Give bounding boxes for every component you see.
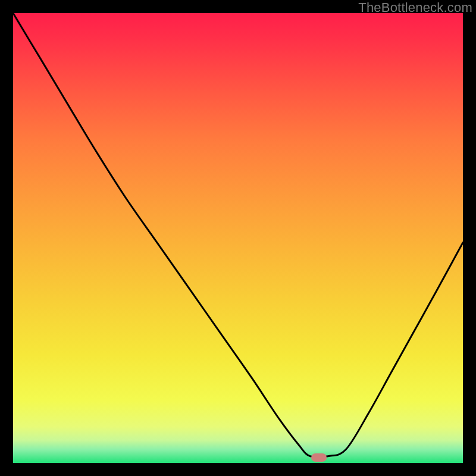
bottleneck-curve xyxy=(13,13,463,463)
optimal-marker xyxy=(311,453,327,462)
plot-area xyxy=(13,13,463,463)
chart-stage: TheBottleneck.com xyxy=(0,0,476,476)
curve-path xyxy=(13,13,463,458)
